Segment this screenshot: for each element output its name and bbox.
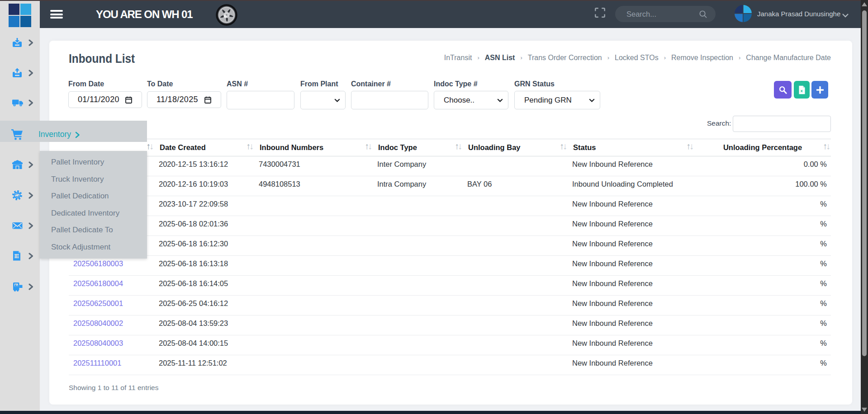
svg-text:x: x: [800, 88, 803, 93]
